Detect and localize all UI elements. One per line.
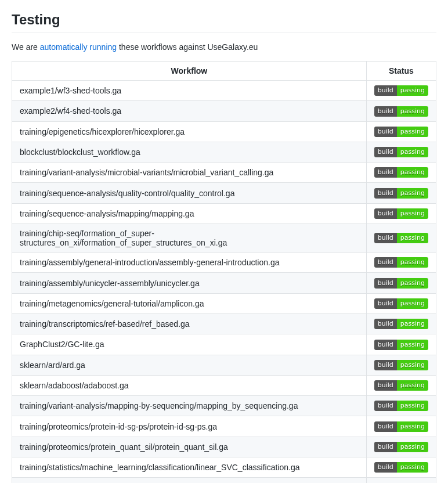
workflow-cell: sklearn/ard/ard.ga	[12, 355, 367, 375]
build-status-badge[interactable]: buildpassing	[374, 360, 428, 370]
status-cell: buildpassing	[366, 203, 436, 224]
build-status-badge[interactable]: buildpassing	[374, 147, 428, 157]
badge-status: passing	[397, 188, 428, 199]
workflow-cell: training/assembly/unicycler-assembly/uni…	[12, 273, 367, 293]
status-header: Status	[366, 62, 436, 81]
build-status-badge[interactable]: buildpassing	[374, 442, 428, 452]
workflow-cell: training/variant-analysis/mapping-by-seq…	[12, 396, 367, 416]
workflow-cell: sklearn/adaboost/adaboost.ga	[12, 375, 367, 395]
badge-label: build	[374, 380, 397, 391]
status-cell: buildpassing	[366, 253, 436, 273]
badge-status: passing	[397, 85, 428, 96]
table-row: training/statistics/machine_learning/cla…	[12, 457, 436, 478]
status-cell: buildpassing	[366, 81, 436, 101]
intro-suffix: these workflows against UseGalaxy.eu	[117, 42, 258, 52]
badge-status: passing	[397, 147, 428, 157]
table-row: training/epigenetics/hicexplorer/hicexpl…	[12, 121, 436, 142]
automatically-running-link[interactable]: automatically running	[40, 42, 117, 52]
status-cell: buildpassing	[366, 355, 436, 375]
badge-label: build	[374, 147, 397, 157]
table-row: training/metagenomics/general-tutorial/a…	[12, 293, 436, 313]
section-heading: Testing	[12, 12, 436, 33]
badge-status: passing	[397, 298, 428, 309]
badge-label: build	[374, 401, 397, 411]
workflows-table: Workflow Status example1/wf3-shed-tools.…	[12, 61, 436, 483]
workflow-cell: training/assembly/general-introduction/a…	[12, 253, 367, 273]
table-row: sklearn/adaboost/adaboost.gabuildpassing	[12, 375, 436, 395]
workflow-cell: example1/wf3-shed-tools.ga	[12, 81, 367, 101]
badge-label: build	[374, 421, 397, 432]
badge-label: build	[374, 298, 397, 309]
badge-label: build	[374, 188, 397, 199]
build-status-badge[interactable]: buildpassing	[374, 380, 428, 391]
workflow-cell: training/proteomics/protein_quant_sil/pr…	[12, 437, 367, 457]
badge-label: build	[374, 167, 397, 178]
build-status-badge[interactable]: buildpassing	[374, 167, 428, 178]
badge-label: build	[374, 340, 397, 350]
table-row: training/assembly/general-introduction/a…	[12, 253, 436, 273]
intro-prefix: We are	[12, 42, 40, 52]
status-cell: buildpassing	[366, 396, 436, 416]
workflow-cell: blockclust/blockclust_workflow.ga	[12, 142, 367, 162]
badge-label: build	[374, 360, 397, 370]
workflow-cell: training/sequence-analysis/mapping/mappi…	[12, 203, 367, 224]
build-status-badge[interactable]: buildpassing	[374, 208, 428, 219]
workflow-cell: training/epigenetics/hicexplorer/hicexpl…	[12, 121, 367, 142]
build-status-badge[interactable]: buildpassing	[374, 462, 428, 473]
build-status-badge[interactable]: buildpassing	[374, 401, 428, 411]
status-cell: buildpassing	[366, 478, 436, 483]
workflow-cell: training/sequence-analysis/quality-contr…	[12, 183, 367, 203]
build-status-badge[interactable]: buildpassing	[374, 421, 428, 432]
build-status-badge[interactable]: buildpassing	[374, 127, 428, 137]
table-row: training/proteomics/protein_quant_sil/pr…	[12, 437, 436, 457]
table-row: training/sequence-analysis/mapping/mappi…	[12, 203, 436, 224]
workflow-cell: training/chip-seq/formation_of_super-str…	[12, 224, 367, 253]
workflow-header: Workflow	[12, 62, 367, 81]
status-cell: buildpassing	[366, 121, 436, 142]
status-cell: buildpassing	[366, 224, 436, 253]
badge-label: build	[374, 319, 397, 329]
table-row: training/transcriptomics/ref-based/ref_b…	[12, 313, 436, 334]
badge-status: passing	[397, 257, 428, 268]
badge-status: passing	[397, 278, 428, 289]
status-cell: buildpassing	[366, 293, 436, 313]
status-cell: buildpassing	[366, 142, 436, 162]
build-status-badge[interactable]: buildpassing	[374, 319, 428, 329]
badge-status: passing	[397, 421, 428, 432]
badge-status: passing	[397, 380, 428, 391]
status-cell: buildpassing	[366, 183, 436, 203]
badge-status: passing	[397, 127, 428, 137]
table-row: training/proteomics/protein-id-sg-ps/pro…	[12, 416, 436, 437]
table-row: blockclust/blockclust_workflow.gabuildpa…	[12, 142, 436, 162]
status-cell: buildpassing	[366, 437, 436, 457]
table-row: training/sequence-analysis/quality-contr…	[12, 183, 436, 203]
build-status-badge[interactable]: buildpassing	[374, 278, 428, 289]
badge-label: build	[374, 85, 397, 96]
table-row: GraphClust2/GC-lite.gabuildpassing	[12, 334, 436, 355]
build-status-badge[interactable]: buildpassing	[374, 340, 428, 350]
workflow-cell: training/statistics/machine_learning/reg…	[12, 478, 367, 483]
badge-status: passing	[397, 208, 428, 219]
status-cell: buildpassing	[366, 375, 436, 395]
workflow-cell: GraphClust2/GC-lite.ga	[12, 334, 367, 355]
status-cell: buildpassing	[366, 334, 436, 355]
build-status-badge[interactable]: buildpassing	[374, 233, 428, 243]
status-cell: buildpassing	[366, 163, 436, 183]
badge-status: passing	[397, 401, 428, 411]
badge-status: passing	[397, 442, 428, 452]
table-row: example1/wf3-shed-tools.gabuildpassing	[12, 81, 436, 101]
build-status-badge[interactable]: buildpassing	[374, 106, 428, 117]
build-status-badge[interactable]: buildpassing	[374, 188, 428, 199]
badge-status: passing	[397, 167, 428, 178]
workflow-cell: training/statistics/machine_learning/cla…	[12, 457, 367, 478]
badge-label: build	[374, 233, 397, 243]
badge-status: passing	[397, 340, 428, 350]
build-status-badge[interactable]: buildpassing	[374, 257, 428, 268]
status-cell: buildpassing	[366, 313, 436, 334]
workflow-cell: training/variant-analysis/microbial-vari…	[12, 163, 367, 183]
workflow-cell: training/metagenomics/general-tutorial/a…	[12, 293, 367, 313]
build-status-badge[interactable]: buildpassing	[374, 85, 428, 96]
workflow-cell: example2/wf4-shed-tools.ga	[12, 101, 367, 121]
table-row: training/statistics/machine_learning/reg…	[12, 478, 436, 483]
build-status-badge[interactable]: buildpassing	[374, 298, 428, 309]
